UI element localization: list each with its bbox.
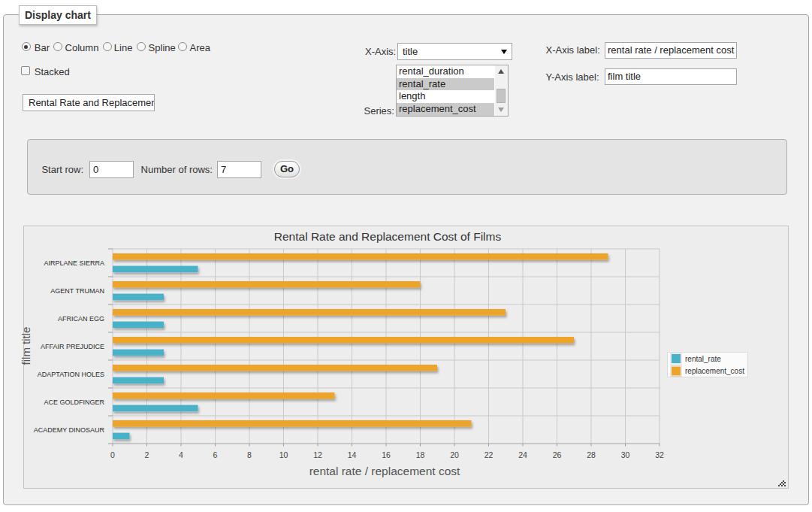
- svg-text:10: 10: [279, 450, 288, 459]
- svg-text:32: 32: [655, 450, 664, 459]
- svg-text:AIRPLANE SIERRA: AIRPLANE SIERRA: [44, 259, 104, 267]
- svg-text:30: 30: [621, 450, 630, 459]
- svg-text:replacement_cost: replacement_cost: [685, 367, 744, 375]
- svg-text:Rental Rate and Replacement Co: Rental Rate and Replacement Cost of Film…: [274, 230, 502, 243]
- svg-text:24: 24: [518, 450, 527, 459]
- svg-text:6: 6: [213, 450, 218, 459]
- svg-text:0: 0: [110, 450, 115, 459]
- svg-text:16: 16: [382, 450, 391, 459]
- svg-text:8: 8: [247, 450, 252, 459]
- svg-text:18: 18: [416, 450, 425, 459]
- svg-text:2: 2: [145, 450, 149, 459]
- svg-text:AFRICAN EGG: AFRICAN EGG: [58, 315, 104, 323]
- svg-text:rental_rate: rental_rate: [685, 355, 721, 363]
- svg-text:20: 20: [450, 450, 459, 459]
- svg-text:26: 26: [553, 450, 562, 459]
- svg-text:12: 12: [313, 450, 322, 459]
- svg-text:AGENT TRUMAN: AGENT TRUMAN: [50, 287, 104, 295]
- svg-text:ACADEMY DINOSAUR: ACADEMY DINOSAUR: [34, 426, 105, 434]
- svg-text:ACE GOLDFINGER: ACE GOLDFINGER: [44, 398, 104, 406]
- svg-text:ADAPTATION HOLES: ADAPTATION HOLES: [38, 371, 104, 378]
- svg-text:22: 22: [484, 450, 494, 459]
- svg-text:rental rate / replacement cost: rental rate / replacement cost: [309, 465, 460, 477]
- svg-text:14: 14: [348, 450, 357, 459]
- svg-text:28: 28: [587, 450, 596, 459]
- svg-text:4: 4: [179, 450, 183, 459]
- svg-text:AFFAIR PREJUDICE: AFFAIR PREJUDICE: [41, 343, 104, 350]
